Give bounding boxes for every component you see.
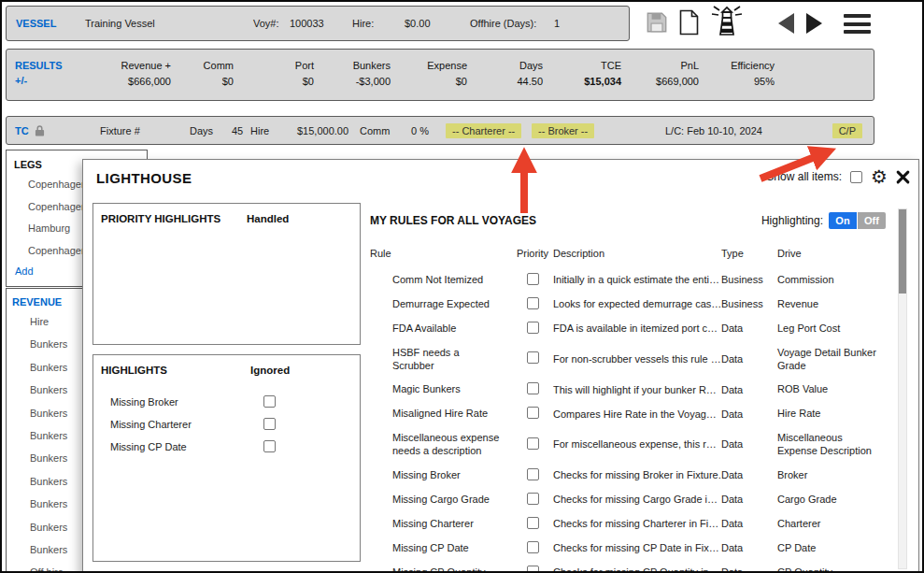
rule-description: Checks for missing CP Quantity in… xyxy=(553,566,721,571)
highlight-row: Missing Charterer xyxy=(93,413,360,436)
column-header-rule: Rule xyxy=(370,248,512,259)
rule-drive: ROB Value xyxy=(777,382,886,395)
rule-row[interactable]: Miscellaneous expense needs a descriptio… xyxy=(370,426,886,464)
rule-name: FDA Available xyxy=(370,322,512,335)
hire-label: Hire: xyxy=(352,18,374,29)
priority-checkbox[interactable] xyxy=(527,437,539,450)
voyage-number-value: 100033 xyxy=(290,18,324,29)
rule-type: Data xyxy=(721,542,777,553)
hamburger-menu-icon[interactable] xyxy=(844,14,871,38)
priority-checkbox[interactable] xyxy=(527,382,539,394)
rule-drive: CP Date xyxy=(777,541,886,554)
next-arrow-button[interactable] xyxy=(806,13,822,34)
results-column-label: Efficiency xyxy=(699,60,775,71)
priority-checkbox[interactable] xyxy=(527,351,539,364)
results-column: Bunkers -$3,000 xyxy=(314,60,391,87)
results-column-value: $666,000 xyxy=(95,76,171,87)
column-header-priority: Priority xyxy=(512,248,553,259)
results-column-value: $669,000 xyxy=(621,76,699,87)
rule-type: Data xyxy=(721,384,777,395)
rule-row[interactable]: Misaligned Hire Rate Compares Hire Rate … xyxy=(370,402,886,426)
cp-date-chip[interactable]: C/P xyxy=(832,123,862,138)
lighthouse-icon[interactable] xyxy=(708,4,746,41)
vessel-name: Training Vessel xyxy=(85,18,155,29)
fixture-number-label: Fixture # xyxy=(100,125,140,136)
highlighting-on-button[interactable]: On xyxy=(829,212,857,229)
show-all-items-checkbox[interactable] xyxy=(850,171,862,183)
broker-placeholder-chip[interactable]: -- Broker -- xyxy=(532,123,594,138)
priority-checkbox[interactable] xyxy=(527,407,539,419)
rule-name: Missing CP Date xyxy=(370,541,512,554)
rules-title: MY RULES FOR ALL VOYAGES xyxy=(370,214,536,227)
results-column: Expense $0 xyxy=(391,60,467,87)
previous-arrow-button[interactable] xyxy=(778,13,794,34)
rule-description: For non-scrubber vessels this rule … xyxy=(553,353,721,365)
rule-drive: Charterer xyxy=(777,517,886,530)
ignored-checkbox[interactable] xyxy=(263,418,276,430)
tc-comm-value: 0 % xyxy=(411,125,429,136)
rule-row[interactable]: Missing CP Quantity Checks for missing C… xyxy=(370,560,886,571)
priority-checkbox[interactable] xyxy=(527,493,539,505)
priority-checkbox[interactable] xyxy=(527,468,539,480)
rule-type: Data xyxy=(721,518,777,529)
rule-description: FDA is available in itemized port c… xyxy=(553,322,721,334)
results-column-value: 44.50 xyxy=(467,76,543,87)
new-document-icon[interactable] xyxy=(677,9,701,36)
charterer-placeholder-chip[interactable]: -- Charterer -- xyxy=(446,123,521,138)
priority-checkbox[interactable] xyxy=(527,541,539,553)
rule-description: Compares Hire Rate in the Voyag… xyxy=(553,408,721,420)
highlights-list: Missing Broker Missing Charterer Missing… xyxy=(93,391,360,458)
rule-row[interactable]: Magic Bunkers This will highlight if you… xyxy=(370,378,886,402)
show-all-items-label: Show all items: xyxy=(766,170,842,183)
priority-checkbox[interactable] xyxy=(527,566,539,571)
rule-name: Missing Charterer xyxy=(370,517,512,530)
rule-row[interactable]: FDA Available FDA is available in itemiz… xyxy=(370,316,886,340)
save-icon[interactable] xyxy=(645,10,669,35)
priority-checkbox[interactable] xyxy=(527,322,539,334)
priority-checkbox[interactable] xyxy=(527,273,539,285)
rules-scrollbar[interactable] xyxy=(898,208,907,569)
rule-drive: Cargo Grade xyxy=(777,493,886,506)
results-section-link[interactable]: RESULTS xyxy=(15,60,63,71)
tc-comm-label: Comm xyxy=(360,125,390,136)
results-column-label: Comm xyxy=(171,60,234,71)
add-leg-link[interactable]: Add xyxy=(15,265,34,277)
rule-row[interactable]: HSBF needs a Scrubber For non-scrubber v… xyxy=(370,340,886,378)
rule-row[interactable]: Missing Charterer Checks for missing Cha… xyxy=(370,511,886,536)
rule-name: Comm Not Itemized xyxy=(370,273,512,286)
priority-checkbox[interactable] xyxy=(527,517,539,529)
vessel-section-link[interactable]: VESSEL xyxy=(16,18,56,29)
rule-description: Checks for missing CP Date in Fix… xyxy=(553,542,721,553)
results-column-value: -$3,000 xyxy=(314,76,391,87)
highlighting-off-button[interactable]: Off xyxy=(858,212,886,229)
results-column-value: $15,034 xyxy=(543,76,621,87)
offhire-days-label: Offhire (Days): xyxy=(470,18,536,29)
rule-drive: Broker xyxy=(777,468,886,481)
rule-name: Missing Broker xyxy=(370,468,512,481)
rule-drive: Commission xyxy=(777,273,886,286)
tc-hire-value: $15,000.00 xyxy=(297,125,348,136)
tc-section-link[interactable]: TC xyxy=(15,125,29,136)
close-icon[interactable] xyxy=(896,170,910,184)
results-column-label: PnL xyxy=(621,60,699,71)
results-columns: Revenue + $666,000 Comm $0 Port $0 Bunke… xyxy=(95,60,775,87)
rule-description: This will highlight if your bunker R… xyxy=(553,384,721,395)
ignored-checkbox[interactable] xyxy=(263,395,276,408)
rule-row[interactable]: Comm Not Itemized Initially in a quick e… xyxy=(370,267,886,292)
ignored-checkbox[interactable] xyxy=(263,440,276,452)
rule-drive: Voyage Detail Bunker Grade xyxy=(777,346,886,373)
rule-row[interactable]: Missing Broker Checks for missing Broker… xyxy=(370,463,886,487)
rule-row[interactable]: Missing CP Date Checks for missing CP Da… xyxy=(370,536,886,560)
results-column-label: Expense xyxy=(391,60,467,71)
results-bar: RESULTS +/- Revenue + $666,000 Comm $0 P… xyxy=(6,49,874,101)
gear-icon[interactable]: ⚙ xyxy=(871,167,888,186)
rule-row[interactable]: Missing Cargo Grade Checks for missing C… xyxy=(370,487,886,511)
scrollbar-thumb[interactable] xyxy=(899,209,906,294)
tc-days-label: Days xyxy=(190,125,213,136)
lighthouse-dialog: LIGHTHOUSE Show all items: ⚙ PRIORITY HI… xyxy=(82,159,919,573)
results-plusminus-toggle[interactable]: +/- xyxy=(15,75,27,86)
priority-checkbox[interactable] xyxy=(527,297,539,309)
tc-hire-label: Hire xyxy=(250,125,269,136)
rule-type: Business xyxy=(721,298,777,309)
rule-row[interactable]: Demurrage Expected Looks for expected de… xyxy=(370,292,886,316)
